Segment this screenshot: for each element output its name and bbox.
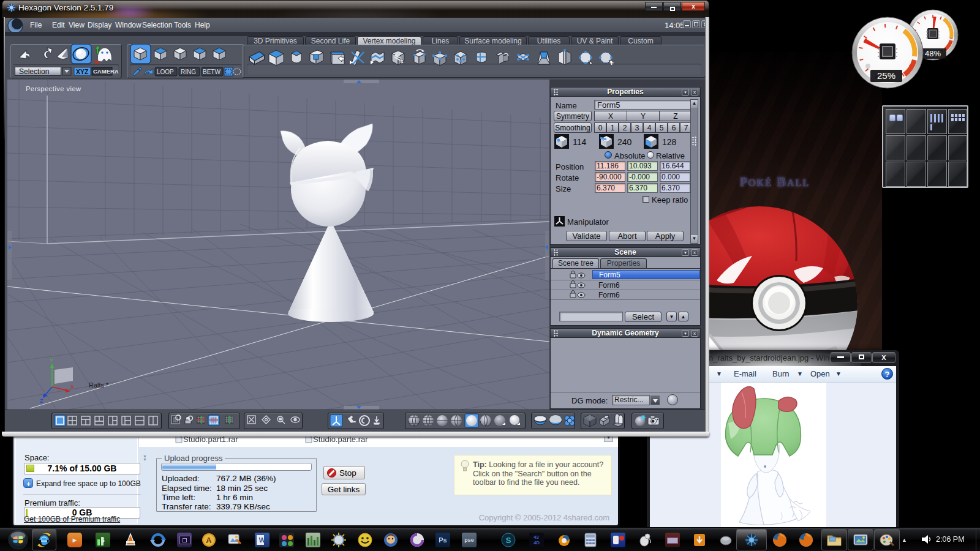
svg-text:Selection: Selection — [19, 67, 49, 76]
svg-text:CAMERA: CAMERA — [93, 68, 119, 75]
svg-text:S: S — [506, 536, 511, 545]
svg-text:Z: Z — [40, 398, 43, 404]
svg-text:25%: 25% — [877, 70, 895, 81]
svg-text:48%: 48% — [925, 49, 941, 58]
svg-text:LOOP: LOOP — [157, 69, 174, 75]
svg-text:XYZ: XYZ — [76, 68, 89, 75]
svg-text:Ralts *: Ralts * — [89, 381, 109, 389]
svg-text:RING: RING — [181, 69, 196, 75]
svg-text:A: A — [206, 536, 212, 545]
svg-text:X: X — [70, 384, 74, 390]
svg-text:+: + — [609, 59, 614, 67]
svg-text:BETW: BETW — [203, 69, 221, 75]
svg-text:Y: Y — [50, 358, 53, 364]
